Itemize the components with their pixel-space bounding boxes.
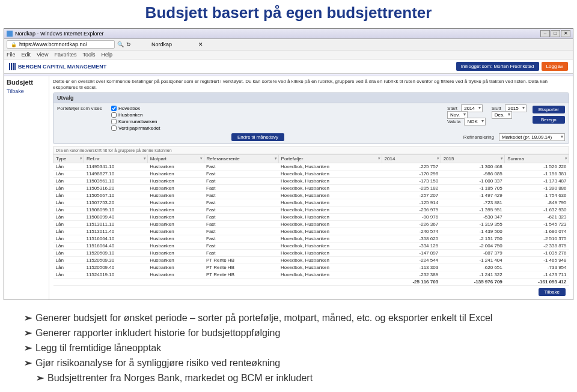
app-logo: BERGEN CAPITAL MANAGEMENT: [9, 63, 106, 70]
refin-select[interactable]: Markedet (pr. 18.09.14): [499, 133, 565, 141]
intro-text: Dette er en oversikt over kommende betal…: [53, 79, 569, 90]
table-row[interactable]: Lån11516064.40HusbankenFastHovedbok, Hus…: [53, 243, 569, 250]
valuta-label: Valuta: [447, 119, 460, 124]
portfolio-checkbox[interactable]: Hovedbok: [111, 106, 160, 111]
table-row[interactable]: Lån11516064.10HusbankenFastHovedbok, Hus…: [53, 235, 569, 243]
menu-tools[interactable]: Tools: [82, 52, 95, 58]
url-field[interactable]: 🔒https://www.bcmnordkap.no/: [7, 40, 115, 49]
table-row[interactable]: Lån11505316.20HusbankenFastHovedbok, Hus…: [53, 185, 569, 192]
menu-favorites[interactable]: Favorites: [54, 52, 76, 58]
portfolio-checkboxes: HovedbokHusbankenKommunalbankenVerdipapi…: [111, 106, 160, 131]
menu-file[interactable]: File: [7, 52, 16, 58]
bullet-item: Legg til fremtidige låneopptak: [24, 342, 553, 354]
table-header[interactable]: Type▾: [53, 155, 84, 163]
beregn-button[interactable]: Beregn: [533, 116, 565, 124]
tab-close-icon[interactable]: ✕: [198, 41, 203, 47]
filter-panel: Utvalg Porteføljer som vises HovedbokHus…: [53, 92, 569, 144]
portfolio-label: Porteføljer som vises: [57, 106, 103, 111]
table-header[interactable]: Ref.nr▾: [84, 155, 147, 163]
table-row[interactable]: Lån11505667.10HusbankenFastHovedbok, Hus…: [53, 192, 569, 199]
refin-label: Refinansiering: [463, 134, 494, 140]
table-header[interactable]: Porteføljer▾: [278, 155, 382, 163]
table-row[interactable]: Lån11513011.10HusbankenFastHovedbok, Hus…: [53, 221, 569, 228]
logout-button[interactable]: Logg av: [542, 62, 568, 71]
portfolio-checkbox[interactable]: Husbanken: [111, 112, 160, 118]
table-row[interactable]: Lån11498827.10HusbankenFastHovedbok, Hus…: [53, 170, 569, 178]
favicon: [7, 31, 13, 37]
table-row[interactable]: Lån11520509.10HusbankenFastHovedbok, Hus…: [53, 250, 569, 257]
slutt-month-select[interactable]: Des.: [492, 111, 512, 119]
search-icon[interactable]: 🔍: [117, 41, 124, 47]
table-header[interactable]: Summa▾: [505, 155, 569, 163]
table-row[interactable]: Lån11503561.10HusbankenFastHovedbok, Hus…: [53, 178, 569, 185]
slutt-label: Slutt: [492, 106, 501, 111]
sidebar-back-link[interactable]: Tilbake: [7, 88, 46, 94]
bullet-item: Gjør risikoanalyse for å synliggjøre ris…: [24, 357, 553, 369]
sidebar-title: Budsjett: [7, 79, 46, 86]
browser-window: Nordkap - Windows Internet Explorer – □ …: [4, 28, 573, 300]
user-info: Innlogget som: Morten Fredrikstad: [456, 62, 539, 71]
table-row[interactable]: Lån11520509.40HusbankenPT Rente HBHovedb…: [53, 264, 569, 271]
browser-titlebar: Nordkap - Windows Internet Explorer – □ …: [4, 29, 573, 39]
maximize-button[interactable]: □: [551, 30, 560, 37]
table-header[interactable]: Referanserente▾: [204, 155, 278, 163]
menu-view[interactable]: View: [37, 52, 48, 58]
table-row[interactable]: Lån11524019.10HusbankenPT Rente HBHovedb…: [53, 271, 569, 279]
sidebar: Budsjett Tilbake: [4, 76, 49, 300]
eksporter-button[interactable]: Eksporter: [533, 106, 565, 113]
tab-label[interactable]: Nordkap: [151, 41, 172, 47]
address-bar: 🔒https://www.bcmnordkap.no/ 🔍 ↻ Nordkap …: [4, 39, 573, 50]
bullet-list: Generer budsjett for ønsket periode – so…: [24, 312, 553, 384]
back-button[interactable]: Tilbake: [539, 288, 566, 296]
close-button[interactable]: ✕: [561, 30, 570, 37]
table-row[interactable]: Lån11507753.20HusbankenFastHovedbok, Hus…: [53, 199, 569, 207]
slide-title: Budsjett basert på egen budsjettrenter: [0, 0, 577, 28]
table-row[interactable]: Lån11513011.40HusbankenFastHovedbok, Hus…: [53, 228, 569, 235]
menu-bar: File Edit View Favorites Tools Help: [4, 50, 573, 59]
portfolio-checkbox[interactable]: Kommunalbanken: [111, 119, 160, 124]
table-header[interactable]: 2015▾: [441, 155, 505, 163]
bullet-item: Budsjettrenter fra Norges Bank, markedet…: [36, 372, 553, 384]
lock-icon: 🔒: [11, 42, 17, 47]
start-label: Start: [447, 106, 457, 111]
bullet-item: Generer budsjett for ønsket periode – so…: [24, 312, 553, 324]
valuta-select[interactable]: NOK: [464, 118, 485, 125]
table-row[interactable]: Lån11508099.10HusbankenFastHovedbok, Hus…: [53, 207, 569, 214]
table-row[interactable]: Lån11520509.30HusbankenPT Rente HBHovedb…: [53, 257, 569, 264]
budget-table: Type▾Ref.nr▾Motpart▾Referanserente▾Porte…: [53, 154, 569, 286]
menu-edit[interactable]: Edit: [22, 52, 31, 58]
minimize-button[interactable]: –: [540, 30, 550, 37]
group-hint: Dra en kolonneoverskrift hit for å grupp…: [53, 146, 569, 154]
table-header[interactable]: 2014▾: [382, 155, 441, 163]
table-header[interactable]: Motpart▾: [147, 155, 204, 163]
window-controls: – □ ✕: [540, 30, 570, 37]
endre-button[interactable]: Endre til månedsvy: [231, 133, 284, 141]
menu-help[interactable]: Help: [101, 52, 112, 58]
refresh-icon[interactable]: ↻: [126, 41, 131, 47]
main-content: Dette er en oversikt over kommende betal…: [49, 76, 573, 300]
table-row[interactable]: Lån11495341.10HusbankenFastHovedbok, Hus…: [53, 163, 569, 170]
filter-panel-title: Utvalg: [53, 93, 569, 103]
bullet-item: Generer rapporter inkludert historie for…: [24, 327, 553, 339]
table-row[interactable]: Lån11508099.40HusbankenFastHovedbok, Hus…: [53, 214, 569, 221]
portfolio-checkbox[interactable]: Verdipapirmarkedet: [111, 125, 160, 131]
app-header: BERGEN CAPITAL MANAGEMENT Innlogget som:…: [4, 59, 573, 74]
window-title: Nordkap - Windows Internet Explorer: [15, 31, 104, 37]
